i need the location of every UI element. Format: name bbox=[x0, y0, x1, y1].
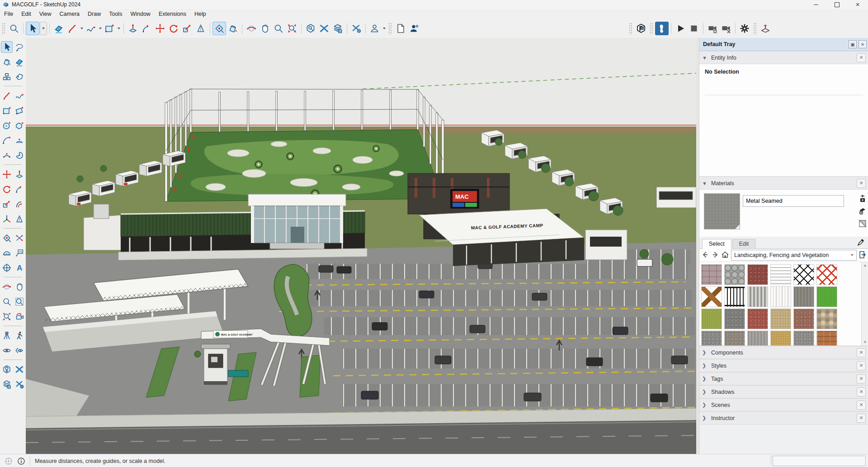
arc3-icon[interactable] bbox=[1, 149, 13, 161]
followme-icon[interactable] bbox=[140, 22, 153, 35]
collection-dropdown[interactable]: Landscaping, Fencing and Vegetation bbox=[731, 250, 857, 261]
toolbar-grip[interactable] bbox=[650, 23, 653, 34]
close-button[interactable]: ✕ bbox=[847, 0, 868, 9]
scale-icon[interactable] bbox=[180, 22, 194, 35]
look2-icon[interactable] bbox=[14, 345, 25, 356]
select-icon[interactable] bbox=[1, 41, 13, 53]
xtool-icon[interactable] bbox=[14, 364, 25, 375]
hexmag-icon[interactable] bbox=[304, 22, 317, 35]
text3d-icon[interactable]: A bbox=[14, 262, 25, 274]
recttool-icon[interactable] bbox=[1, 105, 13, 117]
material-preview[interactable] bbox=[704, 193, 740, 229]
tool-flyout-caret[interactable] bbox=[382, 22, 387, 35]
tool-flyout-caret[interactable] bbox=[116, 22, 121, 35]
toolbar-grip[interactable] bbox=[629, 23, 632, 34]
rotate-icon[interactable] bbox=[167, 22, 180, 35]
walk-icon[interactable] bbox=[14, 330, 25, 341]
menu-edit[interactable]: Edit bbox=[17, 9, 35, 19]
freehand-icon[interactable] bbox=[14, 90, 25, 102]
material-swatch-pavers-pink[interactable] bbox=[701, 264, 722, 285]
menu-view[interactable]: View bbox=[35, 9, 56, 19]
pencil-icon[interactable] bbox=[1, 90, 13, 102]
entity-info-header[interactable]: ▼ Entity Info ✕ bbox=[699, 51, 868, 64]
tray-section-instructor[interactable]: ❯Instructor✕ bbox=[699, 411, 868, 425]
eraser-icon[interactable] bbox=[52, 22, 66, 35]
material-swatch-gravel-red[interactable] bbox=[747, 308, 768, 329]
menu-tools[interactable]: Tools bbox=[105, 9, 126, 19]
material-swatch-gravel-fine[interactable] bbox=[793, 331, 814, 346]
docnew-icon[interactable] bbox=[394, 22, 407, 35]
material-swatch-fence-picket-white[interactable] bbox=[770, 286, 791, 307]
material-swatch-chainlink-black[interactable] bbox=[793, 264, 814, 285]
rotate-icon[interactable] bbox=[1, 183, 13, 195]
material-swatch-gravel-gray[interactable] bbox=[724, 308, 745, 329]
pushpull-icon[interactable] bbox=[126, 22, 140, 35]
camx-icon[interactable] bbox=[719, 22, 733, 35]
menu-draw[interactable]: Draw bbox=[84, 9, 105, 19]
layersdoc-icon[interactable] bbox=[331, 22, 344, 35]
material-swatch-grass-bright[interactable] bbox=[816, 286, 837, 307]
toolbar-grip[interactable] bbox=[753, 23, 757, 34]
zoomext-icon[interactable] bbox=[1, 311, 13, 322]
dimx-icon[interactable] bbox=[14, 232, 25, 244]
planearrow-icon[interactable] bbox=[759, 22, 772, 35]
toolbar-grip[interactable] bbox=[2, 23, 5, 34]
material-swatch-fence-wood-gray[interactable] bbox=[747, 286, 768, 307]
material-swatch-gravel-dark[interactable] bbox=[701, 331, 722, 346]
components-icon[interactable] bbox=[1, 71, 13, 83]
default-material-icon[interactable] bbox=[859, 219, 867, 228]
pan-icon[interactable] bbox=[258, 22, 272, 35]
menu-file[interactable]: File bbox=[0, 9, 17, 19]
axes2-icon[interactable] bbox=[1, 262, 13, 274]
material-swatch-barbed-wire[interactable] bbox=[770, 264, 791, 285]
material-swatch-bark-gray[interactable] bbox=[747, 331, 768, 346]
tool-dropdown-button[interactable] bbox=[40, 22, 47, 35]
hexdl-icon[interactable] bbox=[1, 364, 13, 375]
eyedropper-icon[interactable] bbox=[857, 238, 865, 248]
move-icon[interactable] bbox=[1, 168, 13, 180]
xgear-icon[interactable] bbox=[14, 378, 25, 390]
eraser-icon[interactable] bbox=[14, 56, 25, 68]
scroll-up-icon[interactable]: ▲ bbox=[863, 262, 867, 269]
move-icon[interactable] bbox=[153, 22, 167, 35]
tray-section-components[interactable]: ❯Components✕ bbox=[699, 346, 868, 359]
arc1-icon[interactable] bbox=[1, 135, 13, 146]
tool-flyout-caret[interactable] bbox=[98, 22, 103, 35]
foot-icon[interactable] bbox=[655, 22, 669, 35]
forward-arrow-icon[interactable] bbox=[711, 251, 719, 260]
paint-icon[interactable] bbox=[226, 22, 240, 35]
rotrect-icon[interactable] bbox=[14, 105, 25, 117]
followme-icon[interactable] bbox=[14, 183, 25, 195]
close-icon[interactable]: ✕ bbox=[857, 348, 866, 357]
home-icon[interactable] bbox=[721, 251, 729, 260]
material-swatch-sand[interactable] bbox=[770, 331, 791, 346]
gear-icon[interactable] bbox=[738, 22, 751, 35]
search-icon[interactable] bbox=[7, 22, 21, 35]
stop-icon[interactable] bbox=[687, 22, 701, 35]
material-swatch-wood-weathered[interactable] bbox=[793, 286, 814, 307]
toolbar-grip[interactable] bbox=[388, 23, 392, 34]
close-icon[interactable]: ✕ bbox=[857, 388, 866, 397]
close-icon[interactable]: ✕ bbox=[857, 53, 866, 62]
circletool-icon[interactable] bbox=[1, 120, 13, 131]
tab-select[interactable]: Select bbox=[702, 239, 731, 249]
3d-viewport[interactable]: MAC bbox=[26, 38, 696, 454]
tab-edit[interactable]: Edit bbox=[732, 239, 756, 248]
pushpull-icon[interactable] bbox=[14, 168, 25, 180]
play-icon[interactable] bbox=[674, 22, 687, 35]
menu-help[interactable]: Help bbox=[190, 9, 210, 19]
material-name-input[interactable] bbox=[743, 195, 844, 207]
maximize-button[interactable] bbox=[826, 0, 847, 9]
tag-icon[interactable] bbox=[14, 71, 25, 83]
protractor-icon[interactable] bbox=[1, 247, 13, 259]
lasso-icon[interactable] bbox=[14, 41, 25, 53]
axes-icon[interactable] bbox=[1, 213, 13, 225]
prevcam-icon[interactable] bbox=[14, 311, 25, 322]
close-icon[interactable]: ✕ bbox=[857, 414, 866, 423]
info-icon[interactable] bbox=[17, 457, 25, 465]
select-icon[interactable] bbox=[26, 22, 39, 35]
xtool-icon[interactable] bbox=[317, 22, 331, 35]
close-tray-icon[interactable]: ✕ bbox=[859, 40, 867, 48]
material-swatch-cobblestone-gray[interactable] bbox=[724, 264, 745, 285]
menu-extensions[interactable]: Extensions bbox=[155, 9, 190, 19]
